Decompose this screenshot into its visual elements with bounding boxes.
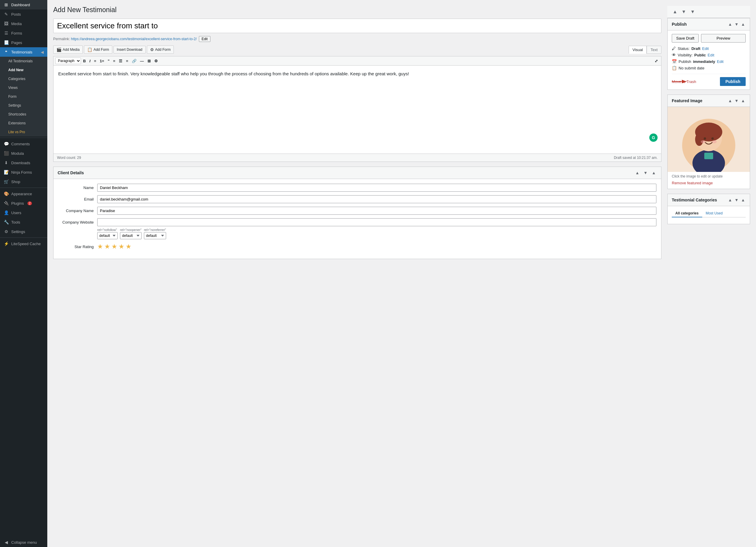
email-label: Email (58, 195, 94, 202)
sidebar-item-media[interactable]: 🖼 Media (0, 19, 47, 28)
add-form-button-1[interactable]: 📋 Add Form (84, 46, 112, 54)
submenu-form[interactable]: Form (0, 92, 47, 101)
rel-noopener-dropdown[interactable]: default (120, 232, 142, 239)
categories-collapse-btn[interactable]: ▲ (740, 197, 746, 203)
post-title-input[interactable] (53, 19, 661, 33)
format-select[interactable]: Paragraph (55, 58, 81, 64)
submenu-shortcodes[interactable]: Shortcodes (0, 110, 47, 119)
sidebar-item-testimonials[interactable]: ❝ Testimonials ◀ (0, 47, 47, 57)
publish-timing-edit-link[interactable]: Edit (717, 59, 723, 64)
featured-image-art[interactable] (668, 107, 750, 172)
save-draft-button[interactable]: Save Draft (672, 34, 699, 43)
preview-button[interactable]: Preview (701, 34, 746, 43)
italic-button[interactable]: I (88, 58, 92, 64)
featured-image-header: Featured Image ▲ ▼ ▲ (668, 95, 750, 107)
featured-image-down-btn[interactable]: ▼ (734, 98, 739, 104)
insert-download-button[interactable]: Insert Download (113, 46, 146, 53)
category-tabs: All categories Most Used (672, 210, 746, 218)
tab-all-categories[interactable]: All categories (672, 210, 702, 218)
visibility-edit-link[interactable]: Edit (708, 53, 714, 57)
submenu-add-new[interactable]: Add New (0, 66, 47, 74)
calendar-icon: 📅 (672, 59, 677, 64)
tab-text[interactable]: Text (647, 46, 661, 54)
rel-nofollow-dropdown[interactable]: default (97, 232, 118, 239)
align-right-button[interactable]: ≡ (124, 58, 130, 64)
client-details-down[interactable]: ▼ (642, 170, 649, 176)
star-2[interactable]: ★ (104, 243, 110, 251)
categories-up-btn[interactable]: ▲ (727, 197, 733, 203)
table-button[interactable]: ⊞ (146, 58, 152, 64)
featured-image-up-btn[interactable]: ▲ (727, 98, 733, 104)
company-website-input[interactable] (97, 218, 656, 226)
tools-icon: 🔧 (4, 220, 9, 225)
blockquote-button[interactable]: " (106, 58, 111, 64)
publish-button[interactable]: Publish (720, 77, 746, 86)
sidebar-item-users[interactable]: 👤 Users (0, 208, 47, 218)
rel-noreferrer-dropdown[interactable]: default (144, 232, 166, 239)
client-details-up[interactable]: ▲ (634, 170, 640, 176)
top-nav-down[interactable]: ▼ (680, 9, 687, 15)
publish-up-btn[interactable]: ▲ (727, 21, 733, 27)
submenu-extensions[interactable]: Extensions (0, 119, 47, 128)
categories-down-btn[interactable]: ▼ (734, 197, 739, 203)
editor-content[interactable]: Excellent service from start to finish. … (53, 65, 661, 154)
publish-visibility: 👁 Visibility: Public Edit (672, 53, 746, 57)
publish-down-btn[interactable]: ▼ (734, 21, 739, 27)
submenu-all-testimonials[interactable]: All Testimonials (0, 57, 47, 66)
link-button[interactable]: 🔗 (130, 58, 138, 64)
email-input[interactable] (97, 195, 656, 203)
sidebar-item-posts[interactable]: ✎ Posts (0, 9, 47, 19)
sidebar-item-modula[interactable]: ⬛ Modula (0, 149, 47, 158)
sidebar-item-pages[interactable]: 📃 Pages (0, 38, 47, 47)
top-nav-up[interactable]: ▲ (671, 9, 679, 15)
fullscreen-button[interactable]: ⤢ (653, 58, 659, 64)
align-center-button[interactable]: ☰ (117, 58, 124, 64)
rel-dropdowns: rel="nofollow" default rel="noopener" de… (97, 228, 656, 239)
client-details-collapse[interactable]: ▲ (650, 170, 657, 176)
featured-image-collapse-btn[interactable]: ▲ (740, 98, 746, 104)
submenu-lite-vs-pro[interactable]: Lite vs Pro (0, 128, 47, 137)
add-form-button-2[interactable]: ⚙ Add Form (147, 46, 174, 54)
submenu-views[interactable]: Views (0, 83, 47, 92)
sidebar-item-tools[interactable]: 🔧 Tools (0, 218, 47, 227)
permalink-bar: Permalink: https://andreea.georgeciobanu… (53, 36, 661, 42)
tab-most-used[interactable]: Most Used (702, 210, 726, 218)
remove-featured-image-link[interactable]: Remove featured image (668, 181, 750, 189)
submenu-settings[interactable]: Settings (0, 101, 47, 110)
star-rating[interactable]: ★ ★ ★ ★ ★ (97, 243, 132, 251)
settings-format-button[interactable]: ⚙ (153, 58, 159, 64)
plugins-icon: 🔌 (4, 201, 9, 206)
star-3[interactable]: ★ (111, 243, 117, 251)
sidebar-item-ninja-forms[interactable]: 📝 Ninja Forms (0, 168, 47, 177)
sidebar-item-settings[interactable]: ⚙ Settings (0, 227, 47, 236)
add-media-button[interactable]: 🎬 Add Media (53, 46, 83, 54)
top-nav-dropdown[interactable]: ▼ (689, 9, 696, 15)
publish-collapse-btn[interactable]: ▲ (740, 21, 746, 27)
sidebar-item-comments[interactable]: 💬 Comments (0, 139, 47, 149)
star-4[interactable]: ★ (119, 243, 124, 251)
sidebar-item-downloads[interactable]: ⬇ Downloads (0, 158, 47, 168)
sidebar-item-plugins[interactable]: 🔌 Plugins 2 (0, 199, 47, 208)
ol-button[interactable]: 1≡ (98, 58, 106, 64)
sidebar-item-dashboard[interactable]: ⊞ Dashboard (0, 0, 47, 9)
status-edit-link[interactable]: Edit (702, 46, 709, 51)
sidebar-item-shop[interactable]: 🛒 Shop (0, 177, 47, 186)
sidebar-item-appearance[interactable]: 🎨 Appearance (0, 189, 47, 199)
permalink-link[interactable]: https://andreea.georgeciobanu.com/testim… (71, 37, 197, 41)
submenu-categories[interactable]: Categories (0, 74, 47, 83)
move-to-trash-link[interactable]: Move to Trash (672, 79, 696, 84)
tab-visual[interactable]: Visual (629, 46, 647, 54)
svg-rect-4 (704, 153, 713, 159)
more-button[interactable]: — (139, 58, 145, 64)
align-left-button[interactable]: ≡ (112, 58, 117, 64)
star-5[interactable]: ★ (126, 243, 132, 251)
collapse-menu[interactable]: ◀ Collapse menu (0, 538, 47, 547)
permalink-edit-button[interactable]: Edit (199, 36, 210, 42)
sidebar-item-litespeed[interactable]: ⚡ LiteSpeed Cache (0, 239, 47, 249)
star-1[interactable]: ★ (97, 243, 103, 251)
bold-button[interactable]: B (82, 58, 87, 64)
ul-button[interactable]: ≡ (93, 58, 98, 64)
company-name-input[interactable] (97, 207, 656, 215)
name-input[interactable] (97, 184, 656, 192)
sidebar-item-forms[interactable]: ☰ Forms (0, 28, 47, 38)
